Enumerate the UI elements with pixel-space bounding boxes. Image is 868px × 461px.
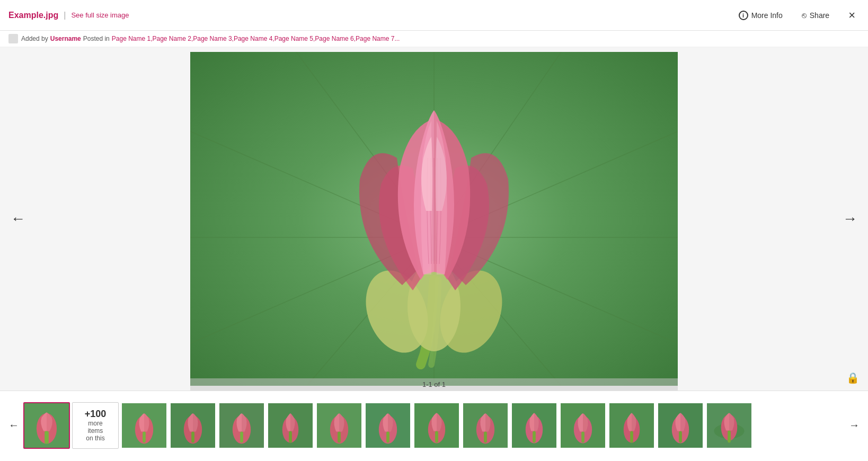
svg-rect-36 [386, 431, 389, 442]
thumb-next-button[interactable]: → [845, 417, 864, 433]
svg-rect-18 [45, 431, 49, 444]
svg-rect-24 [191, 431, 194, 442]
more-info-label: More Info [751, 11, 783, 20]
more-line2: items [88, 427, 103, 435]
thumbnail-4[interactable] [267, 402, 314, 449]
next-arrow-button[interactable]: → [837, 205, 863, 233]
thumbnail-2[interactable] [170, 402, 216, 449]
more-info-button[interactable]: i More Info [734, 8, 787, 22]
thumbnail-8[interactable] [462, 402, 509, 449]
info-icon: i [739, 11, 748, 20]
prev-arrow-button[interactable]: ← [5, 205, 31, 233]
thumbnail-1[interactable] [121, 402, 167, 449]
page-links[interactable]: Page Name 1,Page Name 2,Page Name 3,Page… [112, 35, 400, 42]
more-line1: more [88, 420, 102, 427]
more-line3: on this [86, 435, 104, 442]
svg-rect-51 [630, 431, 633, 442]
subheader: Added by Username Posted in Page Name 1,… [0, 31, 868, 47]
more-count: +100 [85, 409, 107, 420]
svg-rect-30 [289, 431, 292, 442]
header-bar: Example.jpg | See full size image i More… [0, 0, 868, 31]
thumbnail-5[interactable] [316, 402, 362, 449]
pagination-bar: 1-1 of 1 [190, 378, 678, 391]
thumbnail-3[interactable] [218, 402, 265, 449]
thumbnail-9[interactable] [511, 402, 557, 449]
close-button[interactable]: × [844, 6, 860, 24]
thumbnail-0[interactable] [23, 402, 70, 449]
thumb-prev-button[interactable]: ← [4, 417, 23, 433]
svg-rect-21 [143, 431, 146, 442]
posted-in-text: Posted in [83, 35, 110, 42]
header-right: i More Info ⎋ Share × [734, 6, 860, 24]
share-icon: ⎋ [802, 11, 807, 20]
header-divider: | [64, 11, 66, 20]
username-link[interactable]: Username [50, 35, 81, 42]
thumbnail-10[interactable] [560, 402, 606, 449]
main-image [190, 52, 678, 386]
thumbnail-13[interactable] [706, 402, 752, 449]
image-container: ← → 1-1 of 1 [0, 47, 868, 391]
added-by-text: Added by [21, 35, 48, 42]
thumbnail-strip: ← +100 more items on this [0, 391, 868, 459]
svg-rect-39 [435, 431, 438, 442]
svg-rect-42 [484, 431, 487, 442]
pagination-label: 1-1 of 1 [422, 380, 446, 388]
thumbnail-6[interactable] [365, 402, 411, 449]
share-button[interactable]: ⎋ Share [798, 8, 834, 22]
svg-rect-45 [533, 431, 536, 442]
avatar-icon [8, 34, 18, 43]
svg-rect-54 [679, 431, 682, 442]
more-items-thumbnail[interactable]: +100 more items on this [72, 402, 119, 449]
share-label: Share [810, 11, 829, 20]
file-title: Example.jpg [8, 11, 58, 20]
thumbnails-wrapper: +100 more items on this [23, 402, 845, 449]
thumbnail-11[interactable] [608, 402, 655, 449]
lock-button[interactable]: 🔒 [846, 371, 860, 384]
main-image-area: ← → 1-1 of 1 [0, 47, 868, 391]
svg-rect-33 [338, 431, 341, 442]
see-full-size-link[interactable]: See full size image [71, 11, 129, 19]
svg-rect-48 [581, 431, 584, 442]
thumbnail-12[interactable] [657, 402, 704, 449]
header-left: Example.jpg | See full size image [8, 11, 129, 20]
thumbnail-7[interactable] [413, 402, 460, 449]
svg-rect-27 [240, 431, 243, 442]
svg-rect-58 [728, 430, 731, 442]
